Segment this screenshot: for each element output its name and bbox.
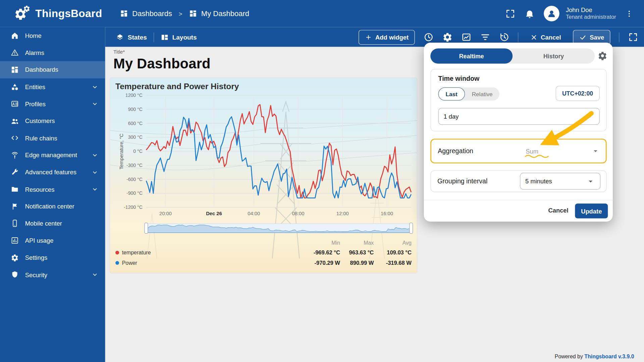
- sidebar-item-api-usage[interactable]: API usage: [0, 232, 105, 249]
- legend-series-toggle[interactable]: Power: [115, 260, 306, 266]
- sidebar-item-dashboards[interactable]: Dashboards: [0, 61, 105, 78]
- svg-text:-600 °C: -600 °C: [126, 177, 143, 182]
- interval-value: 1 day: [443, 113, 459, 120]
- aggregation-value: Sum: [526, 147, 538, 155]
- caret-down-icon: [591, 146, 600, 156]
- legend-series-toggle[interactable]: temperature: [115, 249, 306, 255]
- version-history-icon[interactable]: [499, 32, 509, 43]
- legend-row: temperature-969.62 °C963.63 °C109.03 °C: [115, 247, 412, 258]
- svg-text:20:00: 20:00: [159, 211, 172, 216]
- svg-text:12:00: 12:00: [336, 211, 349, 216]
- sidebar-item-label: Home: [25, 32, 42, 39]
- sidebar-item-label: Customers: [25, 118, 55, 125]
- filters-icon[interactable]: [480, 32, 490, 43]
- toolbar-left: States Layouts: [116, 32, 197, 42]
- interval-select[interactable]: 1 day: [438, 108, 600, 125]
- profiles-icon: [11, 100, 19, 108]
- cancel-edit-button[interactable]: Cancel: [527, 30, 565, 45]
- settings-icon: [11, 253, 19, 261]
- sidebar-item-mobile-center[interactable]: Mobile center: [0, 215, 105, 232]
- tab-realtime[interactable]: Realtime: [430, 48, 513, 63]
- svg-text:-1200 °C: -1200 °C: [124, 204, 143, 210]
- time-window-settings-icon[interactable]: [598, 51, 607, 61]
- grouping-interval-select[interactable]: 5 minutes: [520, 173, 600, 190]
- time-window-label: Time window: [438, 75, 480, 82]
- sidebar-item-label: Advanced features: [25, 169, 76, 176]
- svg-text:-900 °C: -900 °C: [126, 190, 143, 196]
- scrubber-handle[interactable]: [145, 223, 148, 234]
- user-role: Tenant administrator: [566, 14, 616, 21]
- yellow-underline-annotation: [525, 155, 549, 158]
- toggle-last[interactable]: Last: [438, 87, 465, 101]
- gear-icon: [23, 5, 31, 12]
- scrubber-handle[interactable]: [410, 223, 413, 234]
- page-title[interactable]: My Dashboard: [113, 56, 211, 72]
- sidebar-item-advanced-features[interactable]: Advanced features: [0, 164, 105, 181]
- entity-aliases-icon[interactable]: [461, 32, 472, 43]
- entities-icon: [11, 83, 19, 91]
- avatar[interactable]: [544, 6, 559, 21]
- chevron-down-icon: [91, 271, 99, 278]
- sidebar-item-label: Entities: [25, 83, 45, 90]
- advanced-icon: [11, 168, 19, 176]
- header-actions: John Doe Tenant administrator: [505, 6, 644, 21]
- svg-text:0 °C: 0 °C: [133, 148, 143, 154]
- sidebar-item-entities[interactable]: Entities: [0, 78, 105, 96]
- add-widget-button[interactable]: Add widget: [359, 30, 415, 45]
- chevron-down-icon: [91, 186, 99, 193]
- update-button[interactable]: Update: [575, 203, 608, 218]
- sidebar-item-label: Dashboards: [25, 66, 58, 73]
- sidebar-item-notification-center[interactable]: Notification center: [0, 198, 105, 215]
- sidebar-item-alarms[interactable]: Alarms: [0, 44, 105, 61]
- popup-cancel-button[interactable]: Cancel: [548, 207, 568, 214]
- breadcrumb-label: Dashboards: [132, 9, 172, 18]
- fullscreen-icon[interactable]: [505, 8, 516, 19]
- timezone-button[interactable]: UTC+02:00: [555, 86, 599, 101]
- user-info: John Doe Tenant administrator: [566, 6, 616, 21]
- layouts-button[interactable]: Layouts: [160, 33, 197, 41]
- sidebar-item-rule-chains[interactable]: Rule chains: [0, 129, 105, 146]
- sidebar-item-label: Rule chains: [25, 134, 57, 141]
- svg-text:04:00: 04:00: [248, 211, 260, 216]
- save-dashboard-button[interactable]: Save: [573, 30, 610, 45]
- notifications-bell-icon[interactable]: [524, 8, 535, 19]
- thingsboard-logo[interactable]: ThingsBoard: [0, 5, 105, 22]
- sidebar-item-customers[interactable]: Customers: [0, 112, 105, 129]
- sidebar-item-security[interactable]: Security: [0, 266, 105, 283]
- sidebar-item-settings[interactable]: Settings: [0, 249, 105, 266]
- sidebar-item-home[interactable]: Home: [0, 27, 105, 44]
- last-relative-toggle: Last Relative: [438, 87, 500, 101]
- widget-legend: MinMaxAvgtemperature-969.62 °C963.63 °C1…: [115, 238, 412, 268]
- breadcrumb-dashboards[interactable]: Dashboards: [120, 9, 172, 18]
- breadcrumb-my-dashboard[interactable]: My Dashboard: [189, 9, 249, 18]
- grouping-interval-label: Grouping interval: [437, 178, 487, 185]
- check-icon: [579, 34, 586, 41]
- time-window-tabs: Realtime History: [430, 48, 595, 63]
- user-name: John Doe: [566, 6, 616, 14]
- sidebar-item-profiles[interactable]: Profiles: [0, 96, 105, 113]
- fullscreen-icon[interactable]: [628, 32, 638, 43]
- y-axis-label: Temperature, °C: [119, 123, 124, 180]
- time-window-icon[interactable]: [423, 32, 434, 43]
- legend-row: Power-970.29 W890.99 W-319.68 W: [115, 258, 412, 268]
- aggregation-select[interactable]: Sum: [526, 146, 600, 156]
- dashboard-settings-icon[interactable]: [442, 32, 452, 43]
- sidebar-item-resources[interactable]: Resources: [0, 181, 105, 198]
- notification-icon: [11, 202, 19, 210]
- sidebar-item-edge-management[interactable]: Edge management: [0, 146, 105, 164]
- version-link[interactable]: Thingsboard v.3.9.0: [584, 353, 634, 359]
- legend-header: MinMaxAvg: [115, 238, 412, 247]
- timeseries-widget[interactable]: Temperature and Power History Temperatur…: [110, 78, 417, 273]
- alarm-icon: [11, 49, 19, 57]
- divider: [424, 200, 613, 200]
- resources-icon: [11, 185, 19, 193]
- toggle-relative[interactable]: Relative: [465, 87, 500, 101]
- sidebar-item-label: Settings: [25, 254, 47, 261]
- home-icon: [11, 32, 19, 40]
- powered-by: Powered by Thingsboard v.3.9.0: [555, 353, 634, 359]
- thingsboard-logo-icon: [14, 5, 32, 22]
- states-button[interactable]: States: [116, 33, 147, 41]
- title-field-label: Title*: [113, 49, 211, 55]
- tab-history[interactable]: History: [513, 48, 595, 63]
- more-menu-icon[interactable]: [625, 8, 633, 19]
